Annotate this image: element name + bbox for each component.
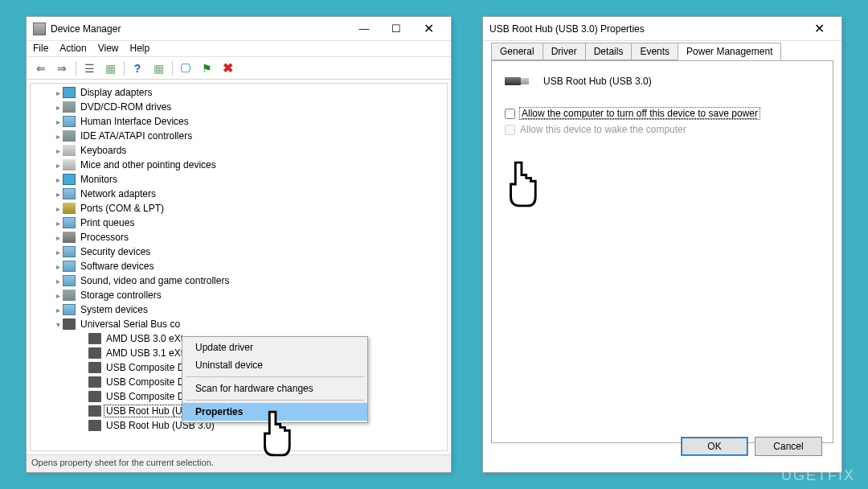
allow-wake-label: Allow this device to wake the computer bbox=[520, 124, 686, 135]
separator bbox=[186, 376, 364, 377]
watermark: UGETFIX bbox=[781, 467, 855, 484]
tree-node[interactable]: ▸Software devices bbox=[31, 259, 447, 273]
device-icon bbox=[88, 376, 101, 388]
expand-icon[interactable]: ▸ bbox=[53, 132, 63, 141]
menu-properties[interactable]: Properties bbox=[182, 403, 367, 421]
tree-node[interactable]: ▸System devices bbox=[31, 302, 447, 317]
menu-update-driver[interactable]: Update driver bbox=[182, 339, 367, 356]
node-label: Universal Serial Bus co bbox=[79, 318, 182, 330]
titlebar[interactable]: Device Manager — ☐ ✕ bbox=[27, 17, 451, 41]
grid-icon[interactable]: ▦ bbox=[149, 60, 168, 77]
device-icon bbox=[63, 87, 76, 98]
tree-node[interactable]: ▸Monitors bbox=[31, 172, 447, 187]
tab-driver[interactable]: Driver bbox=[542, 43, 586, 60]
expand-icon[interactable]: ▸ bbox=[53, 291, 63, 300]
close-button[interactable]: ✕ bbox=[803, 18, 835, 40]
tree-node[interactable]: ▸DVD/CD-ROM drives bbox=[31, 100, 447, 114]
node-label: System devices bbox=[79, 304, 149, 315]
menu-view[interactable]: View bbox=[98, 43, 119, 55]
expand-icon[interactable]: ▸ bbox=[53, 277, 63, 286]
expand-icon[interactable]: ▸ bbox=[53, 219, 63, 228]
show-hide-tree-icon[interactable]: ☰ bbox=[80, 60, 99, 77]
menu-file[interactable]: File bbox=[33, 43, 48, 55]
device-icon bbox=[88, 333, 101, 344]
device-icon bbox=[63, 203, 76, 214]
device-icon bbox=[63, 232, 76, 243]
titlebar[interactable]: USB Root Hub (USB 3.0) Properties ✕ bbox=[483, 17, 841, 41]
maximize-button[interactable]: ☐ bbox=[380, 18, 412, 40]
separator bbox=[121, 60, 126, 77]
tree-node[interactable]: ▸Human Interface Devices bbox=[31, 114, 447, 129]
forward-icon[interactable]: ⇒ bbox=[52, 60, 72, 77]
tree-node[interactable]: ▸Sound, video and game controllers bbox=[31, 273, 447, 288]
device-icon bbox=[63, 290, 76, 301]
tab-events[interactable]: Events bbox=[631, 43, 678, 60]
tree-node[interactable]: ▸Storage controllers bbox=[31, 288, 447, 302]
tree-node[interactable]: ▸Processors bbox=[31, 230, 447, 244]
separator bbox=[170, 60, 174, 77]
expand-icon[interactable]: ▸ bbox=[53, 161, 63, 170]
minimize-button[interactable]: — bbox=[348, 18, 380, 40]
allow-wake-checkbox bbox=[505, 125, 515, 135]
tab-general[interactable]: General bbox=[491, 43, 543, 60]
tree-node[interactable]: ▸Security devices bbox=[31, 244, 447, 259]
help-icon[interactable]: ? bbox=[128, 60, 147, 77]
expand-icon[interactable]: ▸ bbox=[53, 306, 63, 314]
tree-node[interactable]: ▸Network adapters bbox=[31, 187, 447, 201]
allow-wake-row: Allow this device to wake the computer bbox=[505, 124, 820, 135]
device-icon bbox=[63, 188, 76, 199]
menu-uninstall-device[interactable]: Uninstall device bbox=[182, 356, 367, 374]
tab-strip: General Driver Details Events Power Mana… bbox=[491, 43, 833, 60]
device-name-label: USB Root Hub (USB 3.0) bbox=[543, 76, 652, 87]
expand-icon[interactable]: ▸ bbox=[53, 117, 63, 126]
device-icon bbox=[63, 261, 76, 272]
tree-node[interactable]: ▸IDE ATA/ATAPI controllers bbox=[31, 129, 447, 143]
tree-node[interactable]: ▸Keyboards bbox=[31, 143, 447, 158]
device-icon bbox=[88, 362, 101, 373]
status-text: Opens property sheet for the current sel… bbox=[31, 458, 214, 467]
properties-icon[interactable]: ▦ bbox=[100, 60, 120, 77]
ok-button[interactable]: OK bbox=[681, 437, 748, 456]
close-button[interactable]: ✕ bbox=[412, 18, 444, 40]
node-label: Ports (COM & LPT) bbox=[79, 203, 166, 214]
tab-details[interactable]: Details bbox=[585, 43, 633, 60]
statusbar: Opens property sheet for the current sel… bbox=[27, 454, 451, 472]
menu-scan-hardware[interactable]: Scan for hardware changes bbox=[182, 380, 367, 397]
monitor-icon[interactable]: 🖵 bbox=[176, 60, 195, 77]
device-icon bbox=[63, 116, 76, 127]
node-label: Monitors bbox=[79, 174, 119, 185]
device-icon bbox=[63, 174, 76, 185]
scan-icon[interactable]: ⚑ bbox=[197, 60, 216, 77]
menu-action[interactable]: Action bbox=[59, 43, 86, 55]
menu-help[interactable]: Help bbox=[130, 43, 150, 55]
allow-turn-off-row[interactable]: Allow the computer to turn off this devi… bbox=[505, 108, 820, 119]
tab-panel-power: USB Root Hub (USB 3.0) Allow the compute… bbox=[491, 60, 833, 443]
expand-icon[interactable]: ▸ bbox=[53, 190, 63, 199]
toolbar: ⇐ ⇒ ☰ ▦ ? ▦ 🖵 ⚑ ✖ bbox=[27, 57, 451, 80]
allow-turn-off-checkbox[interactable] bbox=[505, 109, 515, 119]
expand-icon[interactable]: ▸ bbox=[53, 204, 63, 213]
expand-icon[interactable]: ▸ bbox=[53, 248, 63, 257]
tree-node[interactable]: ▸Mice and other pointing devices bbox=[31, 158, 447, 172]
cancel-button[interactable]: Cancel bbox=[755, 437, 822, 456]
expand-icon[interactable]: ▸ bbox=[53, 103, 63, 112]
device-icon bbox=[88, 420, 101, 431]
expand-icon[interactable]: ▸ bbox=[53, 262, 63, 271]
expand-icon[interactable]: ▸ bbox=[53, 233, 63, 242]
tab-power-management[interactable]: Power Management bbox=[678, 43, 781, 60]
context-menu: Update driver Uninstall device Scan for … bbox=[182, 336, 368, 423]
expand-icon[interactable]: ▸ bbox=[53, 146, 63, 155]
node-label: Storage controllers bbox=[79, 290, 163, 301]
device-icon bbox=[88, 405, 101, 417]
tree-node[interactable]: ▾Universal Serial Bus co bbox=[31, 317, 447, 331]
tree-node[interactable]: ▸Display adapters bbox=[31, 85, 447, 100]
back-icon[interactable]: ⇐ bbox=[31, 60, 51, 77]
collapse-icon[interactable]: ▾ bbox=[53, 320, 63, 329]
device-icon bbox=[63, 246, 76, 257]
node-label: USB Composite De bbox=[104, 362, 191, 373]
expand-icon[interactable]: ▸ bbox=[53, 88, 63, 97]
tree-node[interactable]: ▸Print queues bbox=[31, 216, 447, 230]
tree-node[interactable]: ▸Ports (COM & LPT) bbox=[31, 201, 447, 216]
disable-icon[interactable]: ✖ bbox=[218, 60, 237, 77]
expand-icon[interactable]: ▸ bbox=[53, 175, 63, 184]
